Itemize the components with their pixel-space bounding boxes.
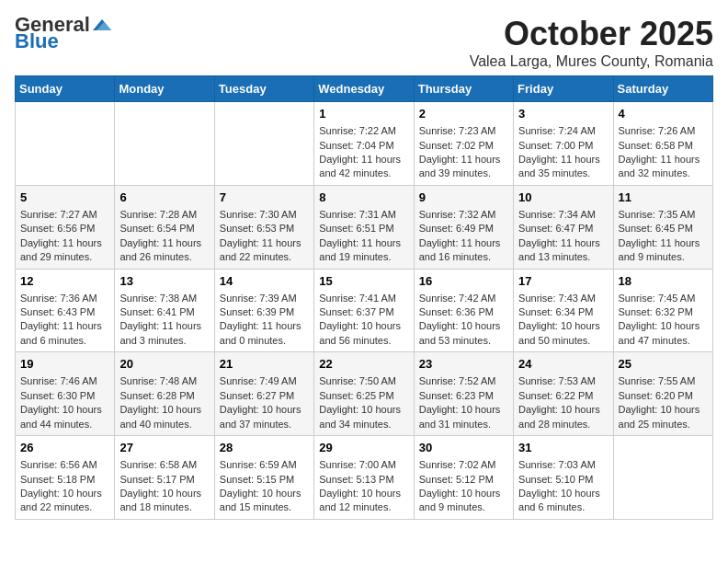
- day-info: Sunrise: 7:43 AMSunset: 6:34 PMDaylight:…: [518, 292, 608, 349]
- day-info: Sunrise: 7:26 AMSunset: 6:58 PMDaylight:…: [619, 124, 708, 181]
- day-number: 28: [220, 440, 309, 456]
- day-info: Sunrise: 7:46 AMSunset: 6:30 PMDaylight:…: [20, 374, 109, 431]
- weekday-header-saturday: Saturday: [613, 76, 712, 102]
- calendar-cell: 21Sunrise: 7:49 AMSunset: 6:27 PMDayligh…: [214, 352, 313, 436]
- title-block: October 2025 Valea Larga, Mures County, …: [470, 15, 713, 70]
- calendar-cell: 30Sunrise: 7:02 AMSunset: 5:12 PMDayligh…: [414, 436, 513, 520]
- day-info: Sunrise: 7:32 AMSunset: 6:49 PMDaylight:…: [419, 208, 508, 265]
- day-info: Sunrise: 7:30 AMSunset: 6:53 PMDaylight:…: [220, 208, 309, 265]
- day-number: 7: [220, 190, 309, 206]
- calendar-cell: 17Sunrise: 7:43 AMSunset: 6:34 PMDayligh…: [514, 269, 613, 352]
- day-info: Sunrise: 7:35 AMSunset: 6:45 PMDaylight:…: [619, 208, 708, 265]
- weekday-header-row: SundayMondayTuesdayWednesdayThursdayFrid…: [16, 76, 713, 102]
- calendar-cell: 31Sunrise: 7:03 AMSunset: 5:10 PMDayligh…: [514, 436, 613, 520]
- weekday-header-wednesday: Wednesday: [314, 76, 414, 102]
- day-number: 14: [220, 273, 309, 290]
- weekday-header-tuesday: Tuesday: [214, 76, 313, 102]
- month-title: October 2025: [470, 15, 713, 53]
- day-number: 10: [518, 190, 608, 206]
- week-row-5: 26Sunrise: 6:56 AMSunset: 5:18 PMDayligh…: [16, 436, 713, 520]
- day-number: 9: [419, 190, 508, 206]
- day-number: 12: [20, 273, 109, 290]
- calendar-cell: 15Sunrise: 7:41 AMSunset: 6:37 PMDayligh…: [314, 269, 414, 352]
- calendar-cell: 22Sunrise: 7:50 AMSunset: 6:25 PMDayligh…: [314, 352, 414, 436]
- calendar-cell: 26Sunrise: 6:56 AMSunset: 5:18 PMDayligh…: [16, 436, 115, 520]
- calendar-cell: 1Sunrise: 7:22 AMSunset: 7:04 PMDaylight…: [314, 102, 414, 186]
- day-info: Sunrise: 7:03 AMSunset: 5:10 PMDaylight:…: [518, 458, 608, 515]
- day-info: Sunrise: 7:22 AMSunset: 7:04 PMDaylight:…: [319, 124, 408, 181]
- calendar-cell: 12Sunrise: 7:36 AMSunset: 6:43 PMDayligh…: [16, 269, 115, 352]
- calendar-cell: 9Sunrise: 7:32 AMSunset: 6:49 PMDaylight…: [414, 185, 513, 269]
- calendar-cell: 25Sunrise: 7:55 AMSunset: 6:20 PMDayligh…: [613, 352, 712, 436]
- calendar-cell: [214, 102, 313, 186]
- location-subtitle: Valea Larga, Mures County, Romania: [470, 53, 713, 70]
- day-number: 2: [419, 106, 508, 122]
- calendar-cell: 5Sunrise: 7:27 AMSunset: 6:56 PMDaylight…: [16, 185, 115, 269]
- day-number: 11: [619, 190, 708, 206]
- calendar-cell: 8Sunrise: 7:31 AMSunset: 6:51 PMDaylight…: [314, 185, 414, 269]
- calendar-cell: 7Sunrise: 7:30 AMSunset: 6:53 PMDaylight…: [214, 185, 313, 269]
- calendar-cell: 6Sunrise: 7:28 AMSunset: 6:54 PMDaylight…: [115, 185, 214, 269]
- day-number: 18: [619, 273, 708, 290]
- day-info: Sunrise: 7:53 AMSunset: 6:22 PMDaylight:…: [518, 374, 608, 431]
- day-info: Sunrise: 7:45 AMSunset: 6:32 PMDaylight:…: [619, 292, 708, 349]
- day-number: 26: [20, 440, 109, 456]
- calendar-cell: 29Sunrise: 7:00 AMSunset: 5:13 PMDayligh…: [314, 436, 414, 520]
- week-row-2: 5Sunrise: 7:27 AMSunset: 6:56 PMDaylight…: [16, 185, 713, 269]
- calendar-cell: 11Sunrise: 7:35 AMSunset: 6:45 PMDayligh…: [613, 185, 712, 269]
- day-number: 1: [319, 106, 408, 122]
- day-number: 3: [518, 106, 608, 122]
- day-info: Sunrise: 6:59 AMSunset: 5:15 PMDaylight:…: [220, 458, 309, 515]
- calendar-cell: 16Sunrise: 7:42 AMSunset: 6:36 PMDayligh…: [414, 269, 513, 352]
- calendar-cell: 2Sunrise: 7:23 AMSunset: 7:02 PMDaylight…: [414, 102, 513, 186]
- day-number: 19: [20, 356, 109, 373]
- calendar-cell: [115, 102, 214, 186]
- day-number: 29: [319, 440, 408, 456]
- day-info: Sunrise: 7:34 AMSunset: 6:47 PMDaylight:…: [518, 208, 608, 265]
- day-info: Sunrise: 7:49 AMSunset: 6:27 PMDaylight:…: [220, 374, 309, 431]
- calendar-cell: 13Sunrise: 7:38 AMSunset: 6:41 PMDayligh…: [115, 269, 214, 352]
- page-header: General Blue October 2025 Valea Larga, M…: [15, 15, 713, 70]
- calendar-cell: 24Sunrise: 7:53 AMSunset: 6:22 PMDayligh…: [514, 352, 613, 436]
- day-number: 24: [518, 356, 608, 373]
- day-number: 21: [220, 356, 309, 373]
- calendar-cell: [613, 436, 712, 520]
- day-info: Sunrise: 7:24 AMSunset: 7:00 PMDaylight:…: [518, 124, 608, 181]
- calendar-cell: [16, 102, 115, 186]
- day-info: Sunrise: 6:56 AMSunset: 5:18 PMDaylight:…: [20, 458, 109, 515]
- day-info: Sunrise: 7:41 AMSunset: 6:37 PMDaylight:…: [319, 292, 408, 349]
- day-info: Sunrise: 7:36 AMSunset: 6:43 PMDaylight:…: [20, 292, 109, 349]
- day-info: Sunrise: 7:55 AMSunset: 6:20 PMDaylight:…: [619, 374, 708, 431]
- logo-icon: [91, 17, 111, 32]
- day-info: Sunrise: 7:39 AMSunset: 6:39 PMDaylight:…: [220, 292, 309, 349]
- week-row-1: 1Sunrise: 7:22 AMSunset: 7:04 PMDaylight…: [16, 102, 713, 186]
- day-number: 27: [119, 440, 209, 456]
- day-info: Sunrise: 7:00 AMSunset: 5:13 PMDaylight:…: [319, 458, 408, 515]
- week-row-4: 19Sunrise: 7:46 AMSunset: 6:30 PMDayligh…: [16, 352, 713, 436]
- day-info: Sunrise: 7:23 AMSunset: 7:02 PMDaylight:…: [419, 124, 508, 181]
- day-info: Sunrise: 7:27 AMSunset: 6:56 PMDaylight:…: [20, 208, 109, 265]
- calendar-cell: 28Sunrise: 6:59 AMSunset: 5:15 PMDayligh…: [214, 436, 313, 520]
- logo-blue-text: Blue: [15, 31, 59, 52]
- week-row-3: 12Sunrise: 7:36 AMSunset: 6:43 PMDayligh…: [16, 269, 713, 352]
- calendar-cell: 18Sunrise: 7:45 AMSunset: 6:32 PMDayligh…: [613, 269, 712, 352]
- day-info: Sunrise: 7:31 AMSunset: 6:51 PMDaylight:…: [319, 208, 408, 265]
- day-number: 17: [518, 273, 608, 290]
- calendar-cell: 3Sunrise: 7:24 AMSunset: 7:00 PMDaylight…: [514, 102, 613, 186]
- logo: General Blue: [15, 15, 111, 52]
- day-info: Sunrise: 6:58 AMSunset: 5:17 PMDaylight:…: [119, 458, 209, 515]
- weekday-header-sunday: Sunday: [16, 76, 115, 102]
- day-info: Sunrise: 7:42 AMSunset: 6:36 PMDaylight:…: [419, 292, 508, 349]
- weekday-header-thursday: Thursday: [414, 76, 513, 102]
- calendar-cell: 27Sunrise: 6:58 AMSunset: 5:17 PMDayligh…: [115, 436, 214, 520]
- calendar-cell: 14Sunrise: 7:39 AMSunset: 6:39 PMDayligh…: [214, 269, 313, 352]
- day-number: 15: [319, 273, 408, 290]
- day-number: 4: [619, 106, 708, 122]
- calendar-cell: 19Sunrise: 7:46 AMSunset: 6:30 PMDayligh…: [16, 352, 115, 436]
- day-info: Sunrise: 7:28 AMSunset: 6:54 PMDaylight:…: [119, 208, 209, 265]
- weekday-header-friday: Friday: [514, 76, 613, 102]
- day-info: Sunrise: 7:48 AMSunset: 6:28 PMDaylight:…: [119, 374, 209, 431]
- calendar-cell: 23Sunrise: 7:52 AMSunset: 6:23 PMDayligh…: [414, 352, 513, 436]
- day-number: 16: [419, 273, 508, 290]
- calendar-cell: 4Sunrise: 7:26 AMSunset: 6:58 PMDaylight…: [613, 102, 712, 186]
